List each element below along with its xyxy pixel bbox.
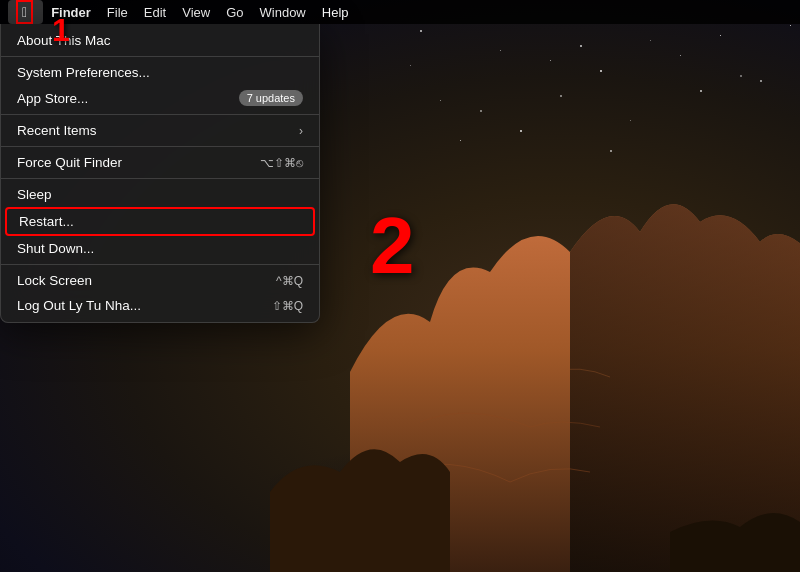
menubar-file[interactable]: File: [99, 0, 136, 24]
menu-separator-3: [1, 146, 319, 147]
apple-icon: : [16, 0, 33, 24]
mountain-illustration: [270, 172, 800, 572]
force-quit-shortcut: ⌥⇧⌘⎋: [260, 156, 303, 170]
menubar-go[interactable]: Go: [218, 0, 251, 24]
menu-item-shutdown[interactable]: Shut Down...: [1, 236, 319, 261]
apple-menu-button[interactable]: : [8, 0, 43, 24]
menu-item-system-prefs[interactable]: System Preferences...: [1, 60, 319, 85]
menu-item-restart[interactable]: Restart...: [5, 207, 315, 236]
menu-separator-5: [1, 264, 319, 265]
menubar-edit[interactable]: Edit: [136, 0, 174, 24]
menu-separator-1: [1, 56, 319, 57]
menu-item-lock-screen[interactable]: Lock Screen ^⌘Q: [1, 268, 319, 293]
menu-item-sleep[interactable]: Sleep: [1, 182, 319, 207]
menu-separator-2: [1, 114, 319, 115]
menu-item-logout[interactable]: Log Out Ly Tu Nha... ⇧⌘Q: [1, 293, 319, 318]
step-1-label: 1: [52, 12, 70, 49]
menubar:  Finder File Edit View Go Window Help: [0, 0, 800, 24]
menu-separator-4: [1, 178, 319, 179]
logout-shortcut: ⇧⌘Q: [272, 299, 303, 313]
apple-menu-dropdown: About This Mac System Preferences... App…: [0, 24, 320, 323]
menu-item-app-store[interactable]: App Store... 7 updates: [1, 85, 319, 111]
menu-item-about[interactable]: About This Mac: [1, 28, 319, 53]
menubar-view[interactable]: View: [174, 0, 218, 24]
menubar-help[interactable]: Help: [314, 0, 357, 24]
step-2-label: 2: [370, 200, 415, 292]
menubar-window[interactable]: Window: [252, 0, 314, 24]
recent-items-arrow: ›: [299, 124, 303, 138]
menu-item-recent-items[interactable]: Recent Items ›: [1, 118, 319, 143]
app-store-badge: 7 updates: [239, 90, 303, 106]
menu-item-force-quit[interactable]: Force Quit Finder ⌥⇧⌘⎋: [1, 150, 319, 175]
lock-screen-shortcut: ^⌘Q: [276, 274, 303, 288]
